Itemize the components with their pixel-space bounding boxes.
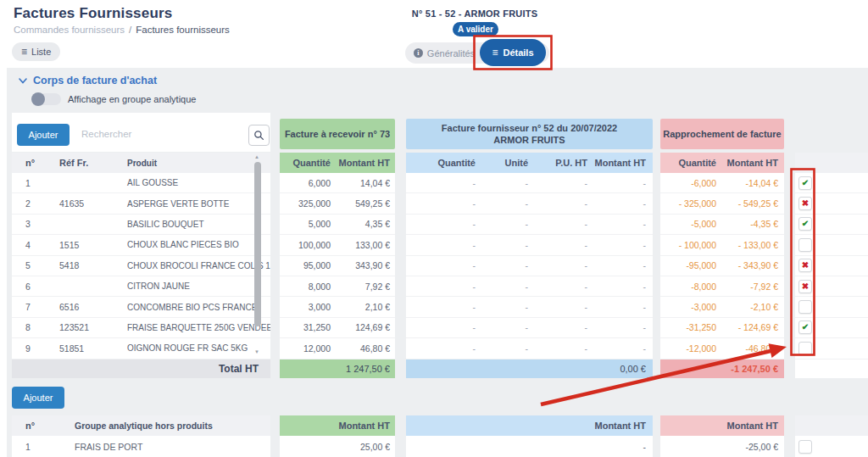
scroll-up-icon[interactable]: ▲	[254, 154, 259, 159]
product-row[interactable]: 951851OIGNON ROUGE FR SAC 5KG	[12, 338, 270, 359]
receivable-row[interactable]: 12,00046,80 €	[280, 338, 395, 359]
col-header-ref: Réf Fr.	[54, 158, 125, 168]
match-checkbox[interactable]	[798, 440, 812, 454]
breadcrumb-parent[interactable]: Commandes fournisseurs	[14, 25, 125, 35]
match-checkbox[interactable]: ✖	[798, 197, 812, 210]
cell-quantity: 325,000	[280, 198, 337, 209]
supplier-row[interactable]: ----	[406, 318, 653, 338]
receivable-row[interactable]: 5,0004,35 €	[280, 215, 395, 235]
row-num: 1	[12, 178, 54, 188]
match-row	[795, 297, 868, 317]
match-checkbox[interactable]: ✔	[798, 176, 812, 190]
reconciliation-row[interactable]: -8,000-7,92 €	[660, 276, 784, 297]
row-product: ASPERGE VERTE BOTTE	[125, 199, 270, 209]
col-header-group: Groupe analytique hors produits	[54, 421, 270, 431]
cell-empty-value: -	[593, 219, 653, 229]
supplier-row[interactable]: ----	[406, 256, 653, 276]
products-scrollbar[interactable]: ▲ ▼	[253, 154, 263, 354]
row-num: 8	[12, 322, 54, 332]
supplier-row[interactable]: ----	[406, 276, 653, 297]
reconciliation-row[interactable]: -95,000- 343,90 €	[660, 256, 784, 276]
tab-details[interactable]: ≡ Détails	[480, 39, 546, 66]
reconciliation-row[interactable]: -31,250- 124,69 €	[660, 318, 784, 338]
match-checkbox[interactable]: ✖	[798, 259, 812, 272]
list-icon: ≡	[21, 47, 27, 57]
receivable-row[interactable]: 8,0007,92 €	[280, 276, 395, 297]
analytic-reconciliation-amount: -25,00 €	[660, 436, 784, 457]
chevron-down-icon	[19, 78, 27, 84]
reconciliation-row[interactable]: -6,000-14,04 €	[660, 173, 784, 193]
product-row[interactable]: 76516CONCOMBRE BIO PCS FRANCE	[12, 297, 270, 317]
cell-quantity: 12,000	[280, 343, 337, 354]
product-row[interactable]: 3BASILIC BOUQUET	[12, 215, 270, 235]
reconciliation-row[interactable]: -5,000-4,35 €	[660, 215, 784, 235]
cell-quantity: 5,000	[280, 219, 337, 229]
receivable-row[interactable]: 31,250124,69 €	[280, 318, 395, 338]
search-button[interactable]	[248, 125, 270, 146]
match-checkbox[interactable]: ✖	[798, 280, 812, 293]
match-column: ✔✖✔✖✖✔	[795, 153, 868, 359]
reconciliation-row[interactable]: -12,000-46,80 €	[660, 338, 784, 359]
receivable-row[interactable]: 325,000549,25 €	[280, 193, 395, 214]
search-icon	[253, 130, 264, 141]
receivable-row[interactable]: 6,00014,04 €	[280, 173, 395, 193]
supplier-row[interactable]: ----	[406, 193, 653, 214]
col-header-qty: Quantité	[406, 158, 481, 168]
product-row[interactable]: 41515CHOUX BLANC PIECES BIO	[12, 235, 270, 255]
row-ref: 5418	[54, 260, 125, 270]
col-header-num: n°	[12, 421, 54, 431]
analytic-reconciliation-header: Montant HT	[660, 415, 784, 436]
col-header-amount: Montant HT	[593, 158, 653, 168]
supplier-row[interactable]: ----	[406, 173, 653, 193]
page-title: Factures Fournisseurs	[14, 5, 172, 22]
product-row[interactable]: 241635ASPERGE VERTE BOTTE	[12, 193, 270, 214]
reconciliation-row[interactable]: -3,000-2,10 €	[660, 297, 784, 317]
receivable-row[interactable]: 3,0002,10 €	[280, 297, 395, 317]
section-title-label: Corps de facture d'achat	[33, 75, 157, 86]
match-row: ✔	[795, 173, 868, 193]
tab-generalites[interactable]: i Généralités	[410, 42, 478, 64]
scroll-down-icon[interactable]: ▼	[254, 349, 259, 354]
section-corps-facture[interactable]: Corps de facture d'achat	[19, 75, 157, 86]
supplier-row[interactable]: ----	[406, 215, 653, 235]
scrollbar-thumb[interactable]	[254, 162, 261, 326]
cell-amount: -7,92 €	[721, 281, 784, 292]
toggle-label: Affichage en groupe analytique	[68, 94, 196, 104]
supplier-row[interactable]: ----	[406, 338, 653, 359]
cell-empty-value: -	[593, 198, 653, 209]
analytic-row[interactable]: 1 FRAIS DE PORT	[12, 436, 270, 457]
match-checkbox[interactable]: ✔	[798, 217, 812, 231]
product-row[interactable]: 1AIL GOUSSE	[12, 173, 270, 193]
search-input[interactable]: Rechercher	[81, 129, 131, 139]
cell-quantity: - 325,000	[660, 198, 721, 209]
supplier-row[interactable]: ----	[406, 235, 653, 255]
match-checkbox[interactable]	[798, 342, 812, 355]
product-row[interactable]: 55418CHOUX BROCOLI FRANCE COLIS 1...	[12, 256, 270, 276]
info-icon: i	[414, 48, 423, 58]
add-line-button[interactable]: Ajouter	[17, 124, 70, 146]
analytic-group-label: FRAIS DE PORT	[54, 442, 270, 452]
match-checkbox[interactable]	[798, 238, 812, 252]
col-header-amount: Montant HT	[721, 158, 784, 168]
receivable-row[interactable]: 100,000133,00 €	[280, 235, 395, 255]
product-row[interactable]: 8123521FRAISE BARQUETTE 250G VENDEE	[12, 318, 270, 338]
supplier-row[interactable]: ----	[406, 297, 653, 317]
liste-button[interactable]: ≡ Liste	[12, 42, 60, 61]
cell-empty-value: -	[406, 322, 481, 332]
add-analytic-button[interactable]: Ajouter	[12, 387, 64, 409]
cell-empty-value: -	[533, 178, 593, 188]
match-column-footer	[795, 359, 868, 378]
reconciliation-row[interactable]: - 100,000- 133,00 €	[660, 235, 784, 255]
reconciliation-row[interactable]: - 325,000- 549,25 €	[660, 193, 784, 214]
analytic-match-cell	[795, 436, 868, 457]
reconciliation-table-header: Quantité Montant HT	[660, 153, 784, 173]
match-checkbox[interactable]	[798, 300, 812, 314]
cell-empty-value: -	[533, 219, 593, 229]
analytic-display-toggle[interactable]	[32, 93, 61, 105]
receivable-row[interactable]: 95,000343,90 €	[280, 256, 395, 276]
product-row[interactable]: 6CITRON JAUNE	[12, 276, 270, 297]
row-ref: 41635	[54, 198, 125, 209]
cell-empty-value: -	[481, 322, 533, 332]
receivable-table: Quantité Montant HT 6,00014,04 €325,0005…	[280, 153, 395, 359]
match-checkbox[interactable]: ✔	[798, 320, 812, 334]
